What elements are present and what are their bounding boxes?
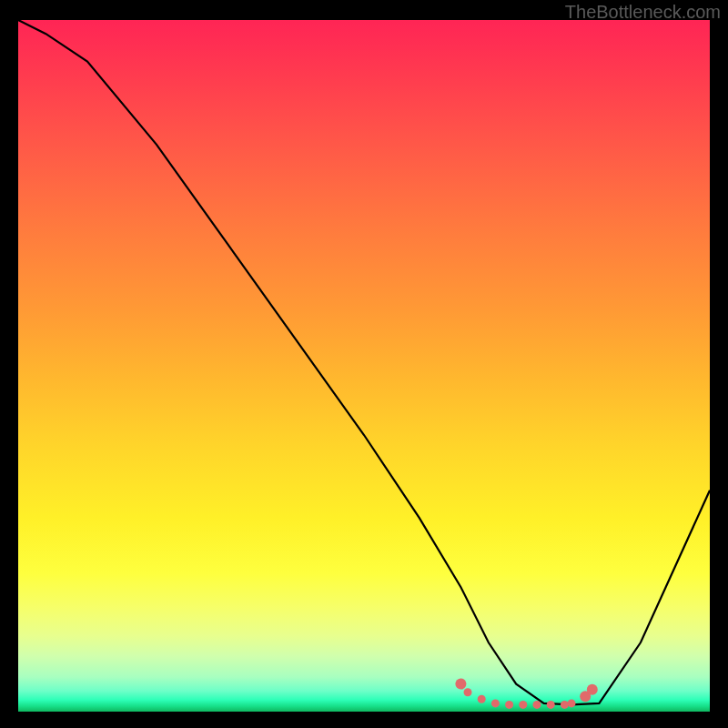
optimal-marker-dot xyxy=(491,699,500,707)
optimal-marker-dot xyxy=(587,684,598,695)
optimal-marker-dot xyxy=(505,701,513,709)
optimal-marker-dot xyxy=(464,688,472,696)
bottleneck-curve xyxy=(18,20,710,704)
optimal-marker-dot xyxy=(455,679,466,690)
watermark-text: TheBottleneck.com xyxy=(565,2,721,23)
optimal-marker-dot xyxy=(547,701,555,709)
optimal-marker-dot xyxy=(533,701,541,709)
optimal-marker-dot xyxy=(561,701,569,709)
curve-line xyxy=(18,20,710,704)
chart-svg xyxy=(18,20,710,712)
plot-area xyxy=(18,20,710,712)
optimal-marker-dot xyxy=(568,699,576,707)
optimal-marker-dot xyxy=(519,701,527,709)
optimal-marker-dot xyxy=(478,695,486,703)
